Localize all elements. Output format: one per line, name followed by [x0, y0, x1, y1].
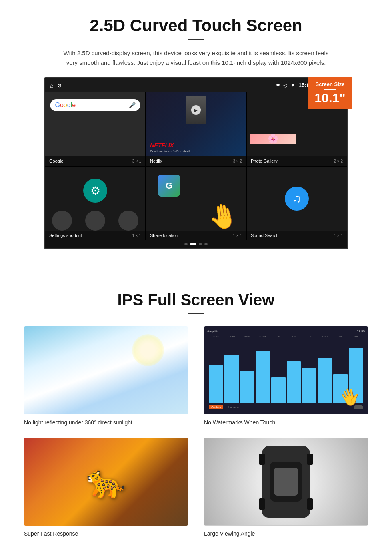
app-cell-inner-share: G 🤚	[146, 167, 246, 231]
screen-size-value: 10.1"	[314, 91, 346, 105]
google-logo: Google	[55, 102, 76, 109]
ips-title-divider	[188, 313, 204, 314]
eq-label-15k: 15k	[333, 335, 348, 338]
eq-bar-7	[302, 368, 316, 403]
settings-size: 1 × 1	[132, 233, 141, 238]
eq-bar-4	[256, 351, 270, 403]
feature-image-cheetah: 🐆	[24, 438, 188, 526]
eq-bar-5	[271, 377, 286, 403]
screen-mockup-wrapper: Screen Size 10.1" ⌂ ⌀ ✱ ◎ ▼ 15:06 ◫ ◁ ⊠	[44, 77, 348, 249]
gallery-label: Photo Gallery	[251, 159, 278, 163]
eq-bar-6	[287, 361, 301, 403]
equalizer-visual: Amplifier 17:33 60hz 100hz 200hz 500hz 1…	[204, 326, 368, 414]
section-curved: 2.5D Curved Touch Screen With 2.5D curve…	[0, 0, 392, 263]
title-divider	[188, 39, 204, 40]
app-cell-inner-google: Google 🎤	[45, 92, 145, 156]
eq-time: 17:33	[357, 329, 365, 333]
dot-2-active	[190, 243, 196, 245]
app-cell-netflix[interactable]: ▶ NETFLIX Continue Marvel's Daredevil Ne…	[146, 92, 246, 166]
sound-size: 1 × 1	[334, 233, 343, 238]
usb-icon: ⌀	[58, 82, 61, 89]
car-wheel-fl	[259, 454, 265, 465]
eq-custom-btn: Custom	[209, 405, 223, 409]
screen-dots	[45, 240, 347, 248]
eq-label-1k: 1k	[271, 335, 286, 338]
screen-size-label: Screen Size	[316, 81, 345, 87]
netflix-figure: ▶	[186, 96, 206, 124]
bluetooth-icon: ✱	[276, 82, 280, 88]
eq-bar-3	[240, 371, 254, 403]
feature-image-equalizer: Amplifier 17:33 60hz 100hz 200hz 500hz 1…	[204, 326, 368, 414]
feature-caption-cheetah: Super Fast Response	[24, 530, 188, 537]
gallery-thumb-flower: 🌸	[250, 134, 296, 144]
share-label: Share location	[150, 233, 178, 238]
section-ips: IPS Full Screen View No light reflecting…	[0, 279, 392, 545]
sunlight-visual	[24, 326, 188, 414]
share-label-row: Share location 1 × 1	[146, 231, 246, 240]
section1-title: 2.5D Curved Touch Screen	[24, 16, 368, 35]
app-cell-settings[interactable]: ⚙ Settings shortcut 1 × 1	[45, 167, 145, 240]
statusbar-left: ⌂ ⌀	[50, 82, 61, 89]
car-wheel-rl	[259, 498, 265, 510]
eq-title: Amplifier	[207, 329, 220, 333]
badge-divider	[324, 89, 336, 90]
car-window	[274, 468, 298, 496]
eq-label-sub: SUB	[349, 335, 363, 338]
eq-loudness-toggle[interactable]	[354, 405, 363, 409]
google-search-bar[interactable]: Google 🎤	[50, 99, 140, 111]
wifi-icon: ▼	[290, 82, 295, 88]
dot-4	[204, 243, 208, 245]
feature-image-sunlight	[24, 326, 188, 414]
feature-car: Large Viewing Angle	[204, 438, 368, 537]
eq-label-200: 200hz	[240, 335, 254, 338]
feature-caption-car: Large Viewing Angle	[204, 530, 368, 537]
feature-sunlight: No light reflecting under 360° direct su…	[24, 326, 188, 426]
netflix-play-btn: ▶	[191, 105, 201, 115]
car-visual	[204, 438, 368, 526]
settings-label: Settings shortcut	[49, 233, 82, 238]
location-icon: ◎	[283, 82, 287, 88]
google-label-row: Google 3 × 1	[45, 156, 145, 166]
gallery-size: 2 × 2	[334, 159, 343, 163]
eq-header: Amplifier 17:33	[207, 329, 365, 333]
gallery-label-row: Photo Gallery 2 × 2	[247, 156, 347, 166]
app-cell-sound[interactable]: ♫ Sound Search 1 × 1	[247, 167, 347, 240]
hand-pointer-icon: 🤚	[206, 200, 240, 231]
app-cell-google[interactable]: Google 🎤 Google 3 × 1	[45, 92, 145, 166]
car-wheel-rr	[307, 498, 313, 510]
app-cell-inner-netflix: ▶ NETFLIX Continue Marvel's Daredevil	[146, 92, 246, 156]
eq-bar-8	[318, 358, 332, 403]
bg-circle-2	[85, 211, 105, 231]
sun-rays	[132, 334, 164, 366]
section2-title: IPS Full Screen View	[24, 291, 368, 309]
google-label: Google	[49, 159, 63, 163]
netflix-bg: ▶ NETFLIX Continue Marvel's Daredevil	[146, 92, 246, 156]
settings-label-row: Settings shortcut 1 × 1	[45, 231, 145, 240]
netflix-label: Netflix	[150, 159, 162, 163]
cheetah-visual: 🐆	[24, 438, 188, 526]
eq-footer: Custom loudness	[207, 403, 365, 411]
eq-label-500: 500hz	[256, 335, 270, 338]
home-icon: ⌂	[50, 82, 54, 89]
app-cell-inner-settings: ⚙	[45, 167, 145, 231]
dot-3	[199, 243, 202, 245]
app-cell-share[interactable]: G 🤚 Share location 1 × 1	[146, 167, 246, 240]
app-cell-inner-sound: ♫	[247, 167, 347, 231]
google-size: 3 × 1	[132, 159, 141, 163]
section-divider	[16, 271, 376, 271]
netflix-size: 3 × 2	[233, 159, 242, 163]
eq-bar-2	[224, 355, 239, 404]
netflix-subtitle: Continue Marvel's Daredevil	[150, 149, 190, 153]
sound-label: Sound Search	[251, 233, 279, 238]
sound-icon: ♫	[285, 187, 309, 211]
eq-label-100: 100hz	[224, 335, 239, 338]
google-mic-icon: 🎤	[129, 102, 136, 108]
eq-label-10k: 10k	[302, 335, 316, 338]
feature-cheetah: 🐆 Super Fast Response	[24, 438, 188, 537]
feature-caption-sunlight: No light reflecting under 360° direct su…	[24, 419, 188, 426]
feature-image-car	[204, 438, 368, 526]
netflix-label-row: Netflix 3 × 2	[146, 156, 246, 166]
car-wheel-fr	[307, 454, 313, 465]
dot-1	[184, 243, 188, 245]
bg-circle-1	[52, 211, 72, 231]
